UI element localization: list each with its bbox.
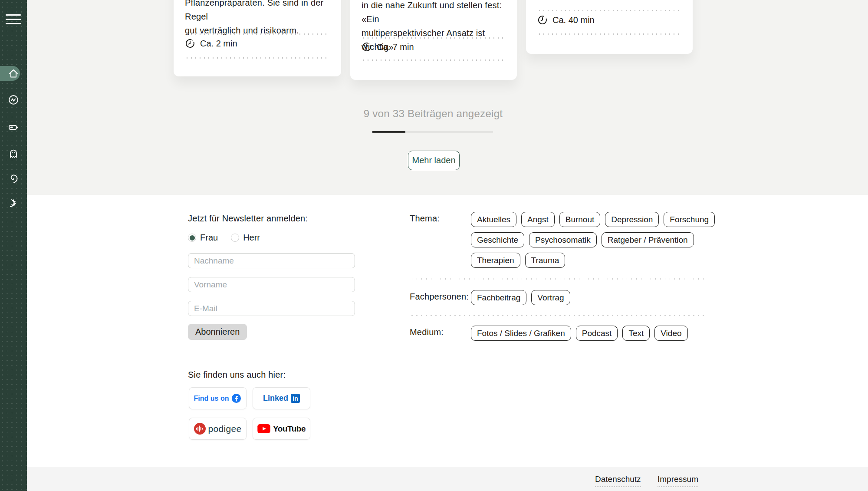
thema-tag-row: GeschichtePsychosomatikRatgeber / Präven… [471, 232, 715, 247]
radio-option-herr[interactable]: Herr [231, 233, 260, 243]
filter-tag[interactable]: Text [622, 326, 650, 341]
thema-tag-row: AktuellesAngstBurnoutDepressionForschung [471, 212, 715, 227]
filter-tag[interactable]: Video [654, 326, 687, 341]
divider [362, 37, 506, 39]
linkedin-button[interactable]: Linked in [253, 387, 310, 409]
podigee-icon [194, 423, 206, 435]
filter-tag[interactable]: Vortrag [531, 290, 570, 305]
pagination-progress-track [372, 131, 493, 133]
filter-tag[interactable]: Fachbeitrag [471, 290, 526, 305]
pagination-status: 9 von 33 Beiträgen angezeigt [174, 108, 693, 120]
footer-link-impressum[interactable]: Impressum [658, 475, 698, 487]
linkedin-icon: in [291, 394, 300, 403]
filter-tag[interactable]: Aktuelles [471, 212, 516, 227]
sidebar-item-ghost[interactable] [7, 146, 20, 160]
sidebar-item-home[interactable] [7, 66, 20, 80]
hamburger-menu-icon[interactable] [6, 14, 21, 26]
filter-tag[interactable]: Therapien [471, 253, 520, 268]
firstname-field[interactable] [188, 277, 355, 292]
linkedin-label: Linked [263, 394, 288, 403]
newsletter-title: Jetzt für Newsletter anmelden: [188, 214, 308, 224]
filter-tag[interactable]: Burnout [559, 212, 601, 227]
social-title: Sie finden uns auch hier: [188, 370, 286, 380]
subscribe-button[interactable]: Abonnieren [188, 324, 247, 340]
read-time-label: Ca. 40 min [552, 15, 595, 25]
youtube-icon [257, 424, 270, 433]
dizzy-circle-icon [8, 94, 19, 105]
divider [185, 57, 330, 59]
podigee-button[interactable]: podigee [189, 418, 247, 440]
youtube-label: YouTube [273, 424, 306, 434]
article-card[interactable]: Ca. 40 min [526, 0, 693, 54]
load-more-button[interactable]: Mehr laden [408, 151, 460, 170]
sidebar-item-battery[interactable] [7, 120, 20, 134]
fachpersonen-tag-row: FachbeitragVortrag [471, 290, 570, 305]
filter-tag[interactable]: Trauma [525, 253, 566, 268]
divider [185, 33, 330, 35]
filter-tag[interactable]: Fotos / Slides / Grafiken [471, 326, 571, 341]
filter-tag[interactable]: Ratgeber / Prävention [602, 232, 694, 247]
filter-divider [410, 315, 706, 316]
filter-divider [410, 278, 706, 280]
footer [27, 467, 868, 491]
home-icon [8, 68, 19, 79]
filter-tag[interactable]: Angst [521, 212, 555, 227]
filter-tag[interactable]: Podcast [576, 326, 618, 341]
divider [362, 59, 506, 61]
radio-selected-icon[interactable] [188, 234, 196, 242]
facebook-label: Find us on [194, 395, 229, 402]
footer-link-datenschutz[interactable]: Datenschutz [595, 475, 641, 487]
facebook-icon [231, 393, 241, 403]
sidebar-item-spiral[interactable] [7, 171, 20, 185]
sparkle-icon [8, 197, 19, 208]
read-time: Ca. 2 min [185, 38, 237, 49]
salutation-radio-group: Frau Herr [188, 233, 260, 243]
sidebar-item-dizzy[interactable] [7, 93, 20, 107]
medium-filter-label: Medium: [410, 327, 444, 337]
clock-icon [362, 42, 372, 52]
pagination-progress-fill [372, 131, 405, 133]
divider [537, 33, 681, 35]
read-time-label: Ca. 2 min [200, 39, 237, 49]
filter-tag[interactable]: Depression [605, 212, 659, 227]
sidebar-item-sparkle[interactable] [7, 196, 20, 210]
read-time: Ca. 7 min [362, 42, 414, 52]
article-excerpt: Pflanzenpräparaten. Sie sind in der Rege… [185, 0, 330, 37]
fachpersonen-tags: FachbeitragVortrag [471, 290, 570, 305]
thema-tag-row: TherapienTrauma [471, 253, 715, 268]
read-time-label: Ca. 7 min [377, 42, 414, 52]
page: Pflanzenpräparaten. Sie sind in der Rege… [0, 0, 868, 491]
sidebar [0, 0, 27, 491]
battery-icon [8, 122, 19, 133]
medium-tags: Fotos / Slides / GrafikenPodcastTextVide… [471, 326, 688, 341]
footer-content-section [27, 195, 868, 467]
clock-icon [185, 38, 195, 49]
radio-unselected-icon[interactable] [231, 234, 239, 242]
thema-tags: AktuellesAngstBurnoutDepressionForschung… [471, 212, 715, 268]
radio-label: Herr [243, 233, 260, 243]
spiral-icon [8, 173, 19, 184]
facebook-button[interactable]: Find us on [189, 387, 247, 409]
filter-tag[interactable]: Forschung [664, 212, 715, 227]
read-time: Ca. 40 min [537, 15, 595, 25]
thema-filter-label: Thema: [410, 214, 440, 224]
podigee-label: podigee [208, 424, 242, 434]
radio-option-frau[interactable]: Frau [188, 233, 218, 243]
divider [537, 10, 681, 11]
filter-tag[interactable]: Psychosomatik [529, 232, 597, 247]
radio-label: Frau [200, 233, 218, 243]
medium-tag-row: Fotos / Slides / GrafikenPodcastTextVide… [471, 326, 688, 341]
filter-tag[interactable]: Geschichte [471, 232, 524, 247]
youtube-button[interactable]: YouTube [253, 418, 310, 440]
article-card[interactable]: Pflanzenpräparaten. Sie sind in der Rege… [174, 0, 341, 76]
ghost-icon [8, 148, 19, 159]
lastname-field[interactable] [188, 253, 355, 268]
clock-icon [537, 15, 548, 25]
article-card[interactable]: in die nahe Zukunft und stellen fest: «E… [350, 0, 517, 80]
fachpersonen-filter-label: Fachpersonen: [410, 292, 469, 302]
email-field[interactable] [188, 301, 355, 316]
social-links: Find us on Linked in podigee [189, 387, 310, 440]
